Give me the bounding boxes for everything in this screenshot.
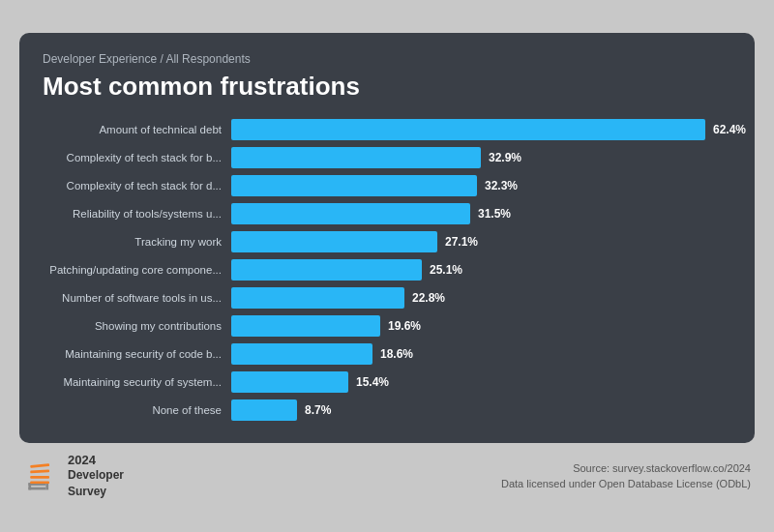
bar-row: Complexity of tech stack for d...32.3% xyxy=(43,175,731,196)
bar-label: Complexity of tech stack for d... xyxy=(43,180,231,192)
bar-value: 31.5% xyxy=(478,207,511,221)
footer-logo: 2024 Developer Survey xyxy=(23,453,124,500)
chart-title: Most common frustrations xyxy=(43,72,731,102)
bar xyxy=(231,371,348,393)
stackoverflow-logo-icon xyxy=(23,458,58,493)
bar-label: Complexity of tech stack for b... xyxy=(43,152,231,163)
svg-rect-4 xyxy=(30,463,49,468)
bar-container: 19.6% xyxy=(231,315,731,337)
bar-value: 62.4% xyxy=(713,123,746,136)
bar xyxy=(231,147,481,168)
bar-value: 22.8% xyxy=(412,291,445,305)
bar-row: Amount of technical debt62.4% xyxy=(43,119,731,140)
bar-row: Maintaining security of system...15.4% xyxy=(43,371,731,393)
bar-row: None of these8.7% xyxy=(43,399,731,421)
bar-container: 32.9% xyxy=(231,147,731,168)
bar-label: None of these xyxy=(43,404,231,416)
bar-label: Amount of technical debt xyxy=(43,124,231,135)
svg-rect-2 xyxy=(45,483,48,489)
chart-card: Developer Experience / All Respondents M… xyxy=(19,33,755,443)
svg-rect-5 xyxy=(30,470,49,474)
bar-container: 31.5% xyxy=(231,203,731,224)
bar xyxy=(231,175,477,196)
bar-label: Reliability of tools/systems u... xyxy=(43,208,231,220)
bar-container: 8.7% xyxy=(231,399,731,421)
bar-label: Number of software tools in us... xyxy=(43,292,231,304)
bar-container: 15.4% xyxy=(231,371,731,393)
bar-row: Number of software tools in us...22.8% xyxy=(43,287,731,309)
bar xyxy=(231,203,470,224)
bar-value: 32.3% xyxy=(485,179,518,192)
bar-value: 27.1% xyxy=(445,235,478,249)
bar-label: Maintaining security of system... xyxy=(43,376,231,388)
bar-container: 27.1% xyxy=(231,231,731,252)
bar-row: Showing my contributions19.6% xyxy=(43,315,731,337)
bar xyxy=(231,259,422,281)
bar-row: Maintaining security of code b...18.6% xyxy=(43,343,731,365)
bar xyxy=(231,287,404,309)
footer-source: Source: survey.stackoverflow.co/2024 Dat… xyxy=(501,460,751,492)
bar-row: Reliability of tools/systems u...31.5% xyxy=(43,203,731,224)
bar-label: Maintaining security of code b... xyxy=(43,348,231,360)
svg-rect-6 xyxy=(30,476,49,479)
bar-label: Showing my contributions xyxy=(43,320,231,332)
bar xyxy=(231,343,372,365)
bar-value: 18.6% xyxy=(380,347,413,361)
svg-rect-7 xyxy=(30,481,49,484)
bar-label: Tracking my work xyxy=(43,236,231,248)
bar-row: Tracking my work27.1% xyxy=(43,231,731,252)
bar-container: 62.4% xyxy=(231,119,746,140)
bar-label: Patching/updating core compone... xyxy=(43,264,231,276)
bar xyxy=(231,315,380,337)
svg-rect-3 xyxy=(28,483,31,489)
bar-container: 25.1% xyxy=(231,259,731,281)
bar-row: Complexity of tech stack for b...32.9% xyxy=(43,147,731,168)
bar-value: 25.1% xyxy=(430,263,462,277)
chart-subtitle: Developer Experience / All Respondents xyxy=(43,52,731,66)
chart-area: Amount of technical debt62.4%Complexity … xyxy=(43,119,731,421)
bar xyxy=(231,231,437,252)
bar-row: Patching/updating core compone...25.1% xyxy=(43,259,731,281)
bar xyxy=(231,119,705,140)
bar-container: 22.8% xyxy=(231,287,731,309)
bar-container: 18.6% xyxy=(231,343,731,365)
bar-value: 15.4% xyxy=(356,375,389,389)
bar-value: 8.7% xyxy=(305,403,331,417)
footer-brand-text: 2024 Developer Survey xyxy=(68,453,124,500)
bar-container: 32.3% xyxy=(231,175,731,196)
bar xyxy=(231,399,297,421)
bar-value: 32.9% xyxy=(489,151,521,164)
bar-value: 19.6% xyxy=(388,319,421,333)
